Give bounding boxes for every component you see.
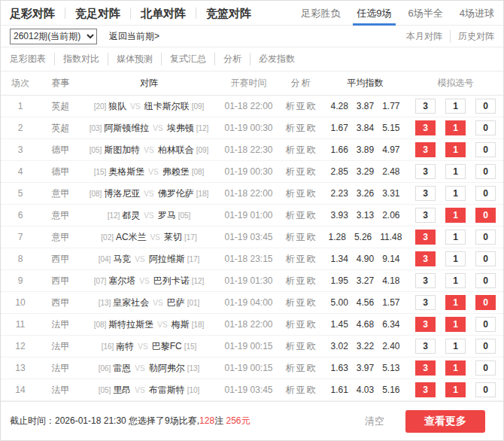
analysis-links[interactable]: 析亚欧: [281, 100, 322, 113]
pick-button-1[interactable]: 1: [445, 186, 466, 201]
sub-nav-link[interactable]: 媒体预测: [108, 53, 153, 65]
home-team[interactable]: 都灵: [122, 210, 140, 220]
away-team[interactable]: 柏林联合: [158, 144, 194, 155]
home-team[interactable]: 里昂: [113, 385, 131, 395]
pick-button-0[interactable]: 0: [475, 142, 496, 157]
away-team[interactable]: 埃弗顿: [167, 123, 194, 133]
pick-button-0[interactable]: 0: [475, 186, 496, 201]
away-team[interactable]: 罗马: [158, 210, 176, 220]
home-team[interactable]: 皇家社会: [113, 297, 149, 308]
pick-button-1[interactable]: 1: [445, 142, 466, 157]
home-team[interactable]: 南特: [116, 341, 134, 351]
analysis-links[interactable]: 析亚欧: [281, 384, 322, 397]
pick-button-1[interactable]: 1: [445, 164, 466, 179]
pick-button-1[interactable]: 1: [445, 273, 466, 288]
mode-tab[interactable]: 6场半全: [408, 1, 443, 26]
pick-button-1[interactable]: 1: [445, 99, 466, 114]
pick-button-1[interactable]: 1: [445, 230, 466, 245]
analysis-links[interactable]: 析亚欧: [281, 209, 322, 222]
sub-nav-link[interactable]: 必发指数: [250, 53, 295, 65]
home-team[interactable]: 阿斯顿维拉: [104, 123, 149, 133]
main-tab[interactable]: 竞足对阵: [65, 8, 120, 19]
main-tab[interactable]: 北单对阵: [130, 8, 186, 19]
analysis-links[interactable]: 析亚欧: [281, 318, 322, 331]
analysis-links[interactable]: 析亚欧: [281, 297, 322, 309]
main-tab[interactable]: 足彩对阵: [10, 8, 55, 19]
mode-tab[interactable]: 足彩胜负: [301, 1, 340, 26]
pick-button-3[interactable]: 3: [415, 230, 436, 245]
away-team[interactable]: 巴黎FC: [152, 341, 182, 351]
pick-button-0[interactable]: 0: [475, 251, 496, 266]
history-matches-link[interactable]: 历史对阵: [450, 30, 494, 43]
away-team[interactable]: 佛罗伦萨: [158, 188, 194, 199]
pick-button-3[interactable]: 3: [415, 317, 436, 332]
away-team[interactable]: 巴列卡诺: [153, 275, 190, 286]
analysis-links[interactable]: 析亚欧: [281, 340, 322, 353]
away-team[interactable]: 弗赖堡: [162, 166, 190, 177]
away-team[interactable]: 莱切: [164, 232, 182, 242]
home-team[interactable]: 雷恩: [113, 363, 131, 373]
home-team[interactable]: 狼队: [108, 101, 126, 111]
mode-tab[interactable]: 4场进球: [460, 1, 494, 26]
pick-button-0[interactable]: 0: [475, 99, 496, 114]
analysis-links[interactable]: 析亚欧: [281, 166, 322, 178]
view-more-button[interactable]: 查看更多: [405, 410, 485, 433]
pick-button-3[interactable]: 3: [415, 251, 436, 266]
pick-button-3[interactable]: 3: [415, 186, 436, 201]
home-team[interactable]: 斯图加特: [104, 144, 140, 155]
pick-button-0[interactable]: 0: [475, 164, 496, 179]
pick-button-1[interactable]: 1: [445, 317, 466, 332]
home-team[interactable]: 塞尔塔: [108, 275, 135, 286]
pick-button-1[interactable]: 1: [445, 339, 466, 354]
sub-nav-link[interactable]: 复式汇总: [161, 53, 206, 65]
pick-button-0[interactable]: 0: [475, 230, 496, 245]
pick-button-0[interactable]: 0: [475, 339, 496, 354]
sub-nav-link[interactable]: 足彩图表: [10, 53, 46, 65]
pick-button-3[interactable]: 3: [415, 99, 436, 114]
away-team[interactable]: 阿拉维斯: [149, 254, 185, 264]
pick-button-3[interactable]: 3: [415, 360, 436, 376]
pick-button-3[interactable]: 3: [415, 295, 436, 310]
analysis-links[interactable]: 析亚欧: [281, 187, 322, 200]
home-team[interactable]: 博洛尼亚: [104, 188, 140, 199]
pick-button-0[interactable]: 0: [475, 317, 496, 332]
period-select[interactable]: 26012期(当前期): [10, 29, 97, 44]
away-team[interactable]: 布雷斯特: [149, 385, 185, 395]
home-team[interactable]: 马竞: [113, 254, 131, 264]
away-team[interactable]: 梅斯: [172, 319, 190, 330]
pick-button-0[interactable]: 0: [475, 295, 496, 310]
mode-tab[interactable]: 任选9场: [357, 1, 391, 26]
analysis-links[interactable]: 析亚欧: [281, 275, 322, 287]
pick-button-3[interactable]: 3: [415, 142, 436, 157]
pick-button-3[interactable]: 3: [415, 208, 436, 223]
home-team[interactable]: AC米兰: [116, 232, 147, 242]
away-team[interactable]: 勒阿弗尔: [149, 363, 185, 373]
away-team[interactable]: 巴萨: [167, 297, 185, 308]
month-matches-link[interactable]: 本月对阵: [406, 30, 442, 43]
back-to-current-link[interactable]: 返回当前期>: [109, 30, 159, 43]
home-team[interactable]: 斯特拉斯堡: [108, 319, 153, 330]
pick-button-0[interactable]: 0: [475, 208, 496, 223]
main-tab[interactable]: 竞篮对阵: [196, 8, 251, 19]
away-team[interactable]: 纽卡斯尔联: [144, 101, 190, 111]
analysis-links[interactable]: 析亚欧: [281, 253, 322, 266]
analysis-links[interactable]: 析亚欧: [281, 122, 322, 135]
pick-button-0[interactable]: 0: [475, 382, 496, 397]
pick-button-1[interactable]: 1: [445, 120, 466, 135]
analysis-links[interactable]: 析亚欧: [281, 144, 322, 157]
pick-button-3[interactable]: 3: [415, 339, 436, 354]
sub-nav-link[interactable]: 分析: [214, 53, 241, 65]
clear-button[interactable]: 清空: [365, 415, 384, 428]
pick-button-3[interactable]: 3: [415, 382, 436, 397]
pick-button-1[interactable]: 1: [445, 251, 466, 266]
pick-button-1[interactable]: 1: [445, 382, 466, 397]
pick-button-1[interactable]: 1: [445, 208, 466, 223]
pick-button-3[interactable]: 3: [415, 273, 436, 288]
pick-button-0[interactable]: 0: [475, 360, 496, 376]
sub-nav-link[interactable]: 指数对比: [54, 53, 99, 65]
pick-button-0[interactable]: 0: [475, 273, 496, 288]
home-team[interactable]: 奥格斯堡: [108, 166, 144, 177]
pick-button-1[interactable]: 1: [445, 360, 466, 376]
analysis-links[interactable]: 析亚欧: [281, 362, 322, 375]
pick-button-3[interactable]: 3: [415, 164, 436, 179]
